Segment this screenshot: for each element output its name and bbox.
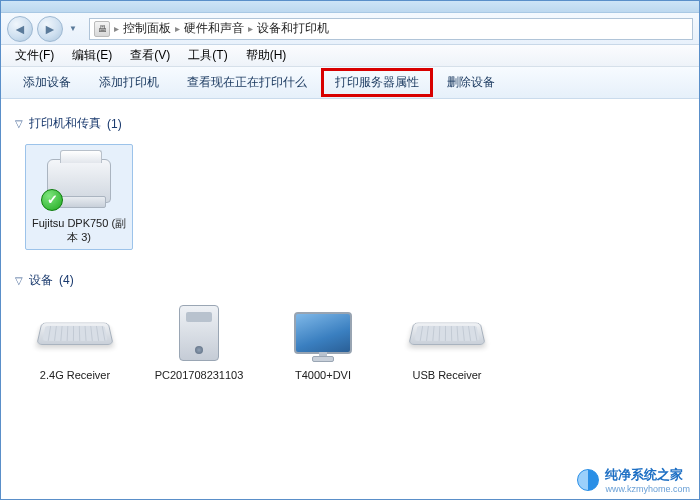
- add-printer-button[interactable]: 添加打印机: [85, 68, 173, 97]
- watermark: 纯净系统之家 www.kzmyhome.com: [577, 466, 690, 494]
- keyboard-icon: [35, 301, 115, 365]
- printer-icon: ✓: [39, 149, 119, 213]
- group-title: 设备: [29, 272, 53, 289]
- device-label: 2.4G Receiver: [40, 369, 110, 383]
- add-device-button[interactable]: 添加设备: [9, 68, 85, 97]
- menu-bar: 文件(F) 编辑(E) 查看(V) 工具(T) 帮助(H): [1, 45, 699, 67]
- monitor-icon: [283, 301, 363, 365]
- command-bar: 添加设备 添加打印机 查看现在正在打印什么 打印服务器属性 删除设备: [1, 67, 699, 99]
- device-item[interactable]: PC201708231103: [149, 301, 249, 383]
- see-whats-printing-button[interactable]: 查看现在正在打印什么: [173, 68, 321, 97]
- forward-button[interactable]: ►: [37, 16, 63, 42]
- device-item[interactable]: 2.4G Receiver: [25, 301, 125, 383]
- device-label: T4000+DVI: [295, 369, 351, 383]
- menu-view[interactable]: 查看(V): [122, 45, 178, 66]
- print-server-properties-button[interactable]: 打印服务器属性: [321, 68, 433, 97]
- breadcrumb-segment[interactable]: 硬件和声音: [184, 20, 244, 37]
- window-titlebar: [1, 1, 699, 13]
- breadcrumb-segment[interactable]: 控制面板: [123, 20, 171, 37]
- watermark-logo-icon: [577, 469, 599, 491]
- address-bar[interactable]: 🖶 ▸ 控制面板 ▸ 硬件和声音 ▸ 设备和打印机: [89, 18, 693, 40]
- devices-grid: 2.4G Receiver PC201708231103 T4000+DVI U…: [15, 297, 685, 399]
- arrow-right-icon: ►: [43, 21, 57, 37]
- menu-tools[interactable]: 工具(T): [180, 45, 235, 66]
- group-header-printers[interactable]: ▽ 打印机和传真 (1): [15, 115, 685, 132]
- chevron-right-icon: ▸: [248, 23, 253, 34]
- group-count: (4): [59, 273, 74, 287]
- device-item[interactable]: T4000+DVI: [273, 301, 373, 383]
- default-check-icon: ✓: [41, 189, 63, 211]
- devices-and-printers-icon: 🖶: [94, 21, 110, 37]
- keyboard-icon: [407, 301, 487, 365]
- back-button[interactable]: ◄: [7, 16, 33, 42]
- chevron-right-icon: ▸: [114, 23, 119, 34]
- explorer-window: ◄ ► ▼ 🖶 ▸ 控制面板 ▸ 硬件和声音 ▸ 设备和打印机 文件(F) 编辑…: [0, 0, 700, 500]
- chevron-down-icon: ▽: [15, 275, 23, 286]
- device-item[interactable]: USB Receiver: [397, 301, 497, 383]
- content-area: ▽ 打印机和传真 (1) ✓ Fujitsu DPK750 (副本 3) ▽ 设…: [1, 99, 699, 499]
- group-title: 打印机和传真: [29, 115, 101, 132]
- nav-history-dropdown[interactable]: ▼: [67, 19, 79, 39]
- computer-icon: [159, 301, 239, 365]
- menu-edit[interactable]: 编辑(E): [64, 45, 120, 66]
- chevron-right-icon: ▸: [175, 23, 180, 34]
- device-label: PC201708231103: [155, 369, 244, 383]
- remove-device-button[interactable]: 删除设备: [433, 68, 509, 97]
- navigation-bar: ◄ ► ▼ 🖶 ▸ 控制面板 ▸ 硬件和声音 ▸ 设备和打印机: [1, 13, 699, 45]
- menu-help[interactable]: 帮助(H): [238, 45, 295, 66]
- group-count: (1): [107, 117, 122, 131]
- watermark-title: 纯净系统之家: [605, 467, 683, 482]
- printers-grid: ✓ Fujitsu DPK750 (副本 3): [15, 140, 685, 266]
- menu-file[interactable]: 文件(F): [7, 45, 62, 66]
- breadcrumb-segment[interactable]: 设备和打印机: [257, 20, 329, 37]
- arrow-left-icon: ◄: [13, 21, 27, 37]
- chevron-down-icon: ▽: [15, 118, 23, 129]
- watermark-url: www.kzmyhome.com: [605, 484, 690, 494]
- printer-item[interactable]: ✓ Fujitsu DPK750 (副本 3): [25, 144, 133, 250]
- device-label: USB Receiver: [412, 369, 481, 383]
- printer-label: Fujitsu DPK750 (副本 3): [30, 217, 128, 245]
- group-header-devices[interactable]: ▽ 设备 (4): [15, 272, 685, 289]
